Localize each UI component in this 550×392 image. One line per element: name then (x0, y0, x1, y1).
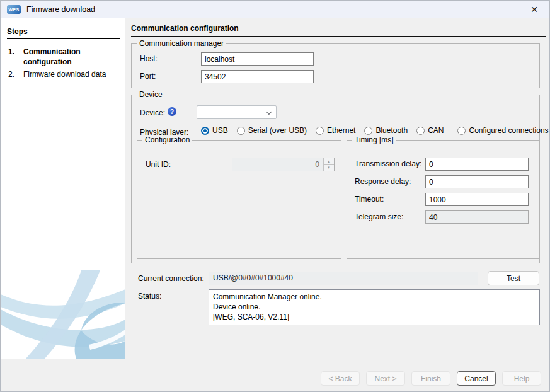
spin-down-icon: ▼ (324, 164, 334, 171)
step-item-firmware-download-data: 2. Firmware download data (1, 68, 125, 81)
radio-icon (316, 127, 324, 135)
unit-id-value: 0 (232, 158, 323, 171)
window-title: Firmware download (26, 5, 95, 14)
device-group: Device Device: ? Physical layer: USB Ser… (131, 95, 540, 263)
communication-manager-group: Communication manager Host: Port: (131, 43, 540, 88)
radio-icon (457, 127, 466, 135)
titlebar: WPS Firmware download ✕ (1, 1, 549, 18)
step-number: 2. (8, 69, 23, 79)
radio-label: Serial (over USB) (248, 126, 307, 135)
device-dropdown[interactable] (197, 105, 277, 119)
port-input[interactable] (201, 70, 314, 83)
timeout-input[interactable] (425, 193, 529, 206)
firmware-download-dialog: WPS Firmware download ✕ Steps 1. Communi… (0, 0, 550, 392)
radio-bluetooth[interactable]: Bluetooth (364, 126, 408, 135)
unit-id-stepper: 0 ▲ ▼ (232, 158, 335, 171)
wps-logo-icon: WPS (7, 5, 21, 14)
group-title: Device (137, 90, 165, 99)
timeout-label: Timeout: (355, 195, 384, 204)
physical-layer-radio-group: USB Serial (over USB) Ethernet Bluetooth… (201, 126, 549, 135)
radio-label: Bluetooth (375, 126, 408, 135)
configuration-group: Configuration Unit ID: 0 ▲ ▼ (137, 140, 341, 259)
wizard-footer: < Back Next > Finish Cancel Help (1, 359, 550, 392)
help-button: Help (502, 371, 541, 386)
unit-id-label: Unit ID: (146, 160, 171, 169)
steps-heading: Steps (7, 27, 120, 39)
status-label: Status: (138, 292, 161, 301)
device-label: Device: (140, 108, 165, 117)
group-title: Timing [ms] (352, 135, 396, 144)
status-line: [WEG, SCA-06, V2.11] (213, 312, 536, 322)
radio-icon (201, 127, 209, 135)
status-line: Device online. (213, 302, 536, 312)
step-number: 1. (8, 47, 23, 67)
next-button: Next > (366, 371, 405, 386)
main-panel: Communication configuration Communicatio… (125, 18, 550, 359)
help-icon[interactable]: ? (168, 107, 176, 116)
steps-sidebar: Steps 1. Communication configuration 2. … (1, 18, 125, 359)
radio-icon (416, 127, 425, 135)
radio-label: Configured connections (469, 126, 548, 135)
timing-group: Timing [ms] Transmission delay: Response… (347, 140, 539, 259)
step-item-communication-configuration: 1. Communication configuration (1, 45, 125, 68)
spinner-buttons: ▲ ▼ (323, 158, 334, 171)
status-line: Communication Manager online. (213, 292, 536, 302)
radio-ethernet[interactable]: Ethernet (316, 126, 355, 135)
host-input[interactable] (201, 52, 314, 66)
current-connection-field: USB/@0#0#0#1000#40 (209, 272, 478, 285)
group-title: Communication manager (137, 39, 226, 48)
telegram-size-input (425, 210, 529, 224)
finish-button: Finish (411, 371, 450, 386)
radio-can[interactable]: CAN (416, 126, 444, 135)
telegram-size-label: Telegram size: (355, 212, 403, 221)
page-title: Communication configuration (131, 24, 546, 37)
radio-serial-over-usb[interactable]: Serial (over USB) (237, 126, 307, 135)
radio-configured-connections[interactable]: Configured connections (457, 126, 548, 135)
radio-label: Ethernet (327, 126, 355, 135)
close-icon[interactable]: ✕ (528, 3, 541, 16)
response-delay-label: Response delay: (355, 177, 411, 186)
radio-label: USB (212, 126, 228, 135)
host-label: Host: (140, 54, 158, 63)
spin-up-icon: ▲ (324, 158, 334, 164)
response-delay-input[interactable] (425, 175, 529, 188)
step-label: Firmware download data (23, 69, 120, 79)
transmission-delay-label: Transmission delay: (355, 159, 421, 168)
transmission-delay-input[interactable] (425, 158, 529, 171)
port-label: Port: (140, 72, 156, 81)
decorative-swoosh-graphic (1, 270, 125, 359)
cancel-button[interactable]: Cancel (457, 371, 496, 386)
radio-label: CAN (428, 126, 444, 135)
group-title: Configuration (142, 135, 192, 144)
steps-list: 1. Communication configuration 2. Firmwa… (1, 45, 125, 81)
radio-icon (237, 127, 245, 135)
radio-usb[interactable]: USB (201, 126, 228, 135)
status-box: Communication Manager online. Device onl… (209, 289, 540, 325)
radio-icon (364, 127, 372, 135)
current-connection-label: Current connection: (138, 274, 204, 283)
chevron-down-icon (266, 108, 272, 115)
test-button[interactable]: Test (488, 271, 539, 285)
back-button: < Back (321, 371, 360, 386)
step-label: Communication configuration (23, 47, 120, 67)
